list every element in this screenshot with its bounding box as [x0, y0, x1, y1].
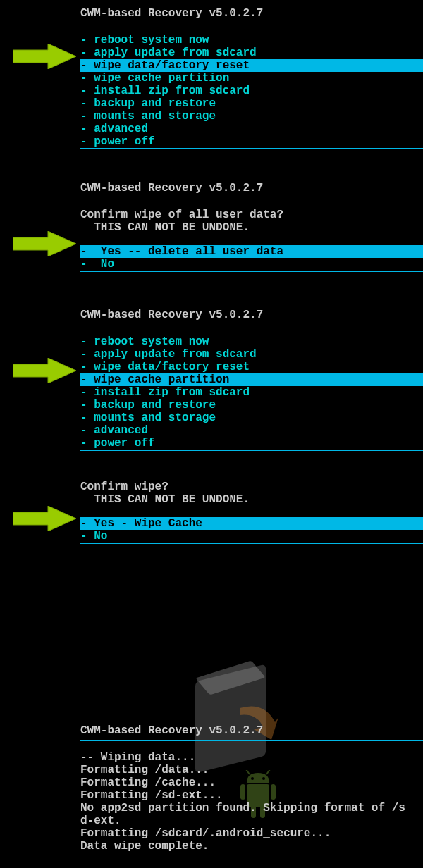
confirm-warning: THIS CAN NOT BE UNDONE.	[80, 221, 423, 234]
menu-item[interactable]: - advanced	[80, 123, 423, 135]
pointer-arrow-icon	[13, 231, 76, 256]
divider	[80, 148, 423, 149]
recovery-screen-3: CWM-based Recovery v5.0.2.7 - reboot sys…	[80, 309, 423, 451]
menu-item[interactable]: - install zip from sdcard	[80, 85, 423, 97]
menu-item[interactable]: - apply update from sdcard	[80, 46, 423, 59]
log-line: Data wipe complete.	[80, 840, 423, 852]
recovery-screen-1: CWM-based Recovery v5.0.2.7 - reboot sys…	[80, 7, 423, 149]
pointer-arrow-icon	[13, 44, 76, 69]
log-line: Formatting /sd-ext...	[80, 789, 423, 802]
menu-item-selected[interactable]: - wipe data/factory reset	[80, 59, 423, 72]
divider	[80, 450, 423, 451]
recovery-screen-4: Confirm wipe? THIS CAN NOT BE UNDONE. - …	[80, 480, 423, 544]
menu-item[interactable]: - No	[80, 530, 423, 542]
menu-item[interactable]: - install zip from sdcard	[80, 386, 423, 399]
menu-item[interactable]: - wipe cache partition	[80, 72, 423, 85]
menu-item[interactable]: - reboot system now	[80, 34, 423, 46]
log-line: Formatting /sdcard/.android_secure...	[80, 827, 423, 840]
confirm-warning: THIS CAN NOT BE UNDONE.	[80, 493, 423, 506]
recovery-title: CWM-based Recovery v5.0.2.7	[80, 309, 423, 321]
menu-item[interactable]: - power off	[80, 437, 423, 450]
recovery-title: CWM-based Recovery v5.0.2.7	[80, 724, 423, 737]
menu-item-selected[interactable]: - wipe cache partition	[80, 373, 423, 386]
recovery-title: CWM-based Recovery v5.0.2.7	[80, 7, 423, 20]
confirm-prompt: Confirm wipe of all user data?	[80, 209, 423, 221]
menu-item[interactable]: - backup and restore	[80, 399, 423, 411]
svg-marker-1	[13, 231, 76, 256]
recovery-screen-2: CWM-based Recovery v5.0.2.7 Confirm wipe…	[80, 182, 423, 272]
recovery-screen-5: CWM-based Recovery v5.0.2.7 -- Wiping da…	[80, 724, 423, 852]
menu-item-selected[interactable]: - Yes -- delete all user data	[80, 245, 423, 258]
log-line: Formatting /cache...	[80, 776, 423, 789]
svg-marker-3	[13, 506, 76, 531]
pointer-arrow-icon	[13, 358, 76, 383]
log-line: d-ext.	[80, 814, 423, 827]
svg-marker-0	[13, 44, 76, 69]
log-line: No app2sd partition found. Skipping form…	[80, 802, 423, 814]
pointer-arrow-icon	[13, 506, 76, 531]
log-line: Formatting /data...	[80, 764, 423, 776]
menu-item[interactable]: - advanced	[80, 424, 423, 437]
menu-item[interactable]: - mounts and storage	[80, 411, 423, 424]
recovery-title: CWM-based Recovery v5.0.2.7	[80, 182, 423, 194]
menu-item-selected[interactable]: - Yes - Wipe Cache	[80, 517, 423, 530]
divider	[80, 542, 423, 544]
divider	[80, 271, 423, 272]
menu-item[interactable]: - power off	[80, 135, 423, 148]
menu-item[interactable]: - No	[80, 258, 423, 271]
menu-item[interactable]: - backup and restore	[80, 97, 423, 110]
menu-item[interactable]: - reboot system now	[80, 335, 423, 348]
confirm-prompt: Confirm wipe?	[80, 480, 423, 493]
menu-item[interactable]: - mounts and storage	[80, 110, 423, 123]
menu-item[interactable]: - apply update from sdcard	[80, 348, 423, 361]
menu-item[interactable]: - wipe data/factory reset	[80, 361, 423, 373]
log-line: -- Wiping data...	[80, 751, 423, 764]
svg-marker-2	[13, 358, 76, 383]
